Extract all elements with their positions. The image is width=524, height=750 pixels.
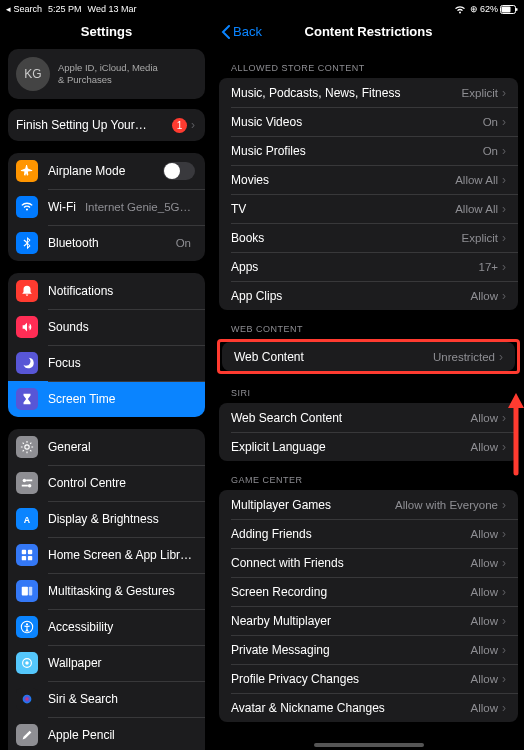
sliders-icon — [16, 472, 38, 494]
store-item-row[interactable]: TVAllow All› — [219, 194, 518, 223]
gamecenter-item-row[interactable]: Private MessagingAllow› — [219, 635, 518, 664]
airplane-icon — [16, 160, 38, 182]
store-item-row[interactable]: BooksExplicit› — [219, 223, 518, 252]
badge: 1 — [172, 118, 187, 133]
detail-navbar: Back Content Restrictions — [213, 18, 524, 49]
wallpaper-row[interactable]: Wallpaper — [8, 645, 205, 681]
general-row[interactable]: General — [8, 429, 205, 465]
notifications-row[interactable]: Notifications — [8, 273, 205, 309]
multitask-icon — [16, 580, 38, 602]
svg-point-19 — [23, 695, 32, 704]
gamecenter-item-row[interactable]: Connect with FriendsAllow› — [219, 548, 518, 577]
finish-setup-row[interactable]: Finish Setting Up Your… 1 › — [8, 109, 205, 141]
svg-rect-9 — [22, 550, 26, 554]
chevron-right-icon: › — [502, 144, 506, 158]
store-item-row[interactable]: MoviesAllow All› — [219, 165, 518, 194]
speaker-icon — [16, 316, 38, 338]
back-to-app[interactable]: ◂ Search — [6, 4, 42, 14]
gamecenter-item-row[interactable]: Multiplayer GamesAllow with Everyone› — [219, 490, 518, 519]
chevron-right-icon: › — [191, 118, 195, 132]
svg-text:A: A — [24, 515, 31, 525]
apple-pencil-row[interactable]: Apple Pencil — [8, 717, 205, 750]
gc-header: GAME CENTER — [213, 461, 524, 490]
store-item-row[interactable]: App ClipsAllow› — [219, 281, 518, 310]
chevron-right-icon: › — [502, 289, 506, 303]
chevron-right-icon: › — [502, 614, 506, 628]
wallpaper-icon — [16, 652, 38, 674]
settings-sidebar: Settings KG Apple ID, iCloud, Media & Pu… — [0, 18, 213, 750]
svg-rect-5 — [26, 480, 32, 482]
wifi-icon — [454, 5, 466, 14]
store-item-row[interactable]: Music VideosOn› — [219, 107, 518, 136]
siri-item-row[interactable]: Web Search ContentAllow› — [219, 403, 518, 432]
highlight-annotation: Web Content Unrestricted › — [217, 339, 520, 374]
hourglass-icon — [16, 388, 38, 410]
accessibility-icon — [16, 616, 38, 638]
chevron-right-icon: › — [502, 115, 506, 129]
avatar: KG — [16, 57, 50, 91]
status-bar: ◂ Search 5:25 PM Wed 13 Mar ⊕ 62% — [0, 0, 524, 18]
gamecenter-group: Multiplayer GamesAllow with Everyone›Add… — [219, 490, 518, 722]
sidebar-title: Settings — [8, 18, 205, 49]
chevron-right-icon: › — [502, 556, 506, 570]
svg-point-6 — [28, 484, 32, 488]
airplane-mode-row[interactable]: Airplane Mode — [8, 153, 205, 189]
svg-rect-7 — [22, 485, 28, 487]
gamecenter-item-row[interactable]: Profile Privacy ChangesAllow› — [219, 664, 518, 693]
svg-rect-11 — [22, 556, 26, 560]
home-screen-row[interactable]: Home Screen & App Library — [8, 537, 205, 573]
display-icon: A — [16, 508, 38, 530]
gamecenter-item-row[interactable]: Screen RecordingAllow› — [219, 577, 518, 606]
chevron-right-icon: › — [502, 672, 506, 686]
moon-icon — [16, 352, 38, 374]
bluetooth-icon — [16, 232, 38, 254]
svg-rect-14 — [29, 587, 33, 596]
web-header: WEB CONTENT — [213, 310, 524, 339]
control-centre-row[interactable]: Control Centre — [8, 465, 205, 501]
store-header: ALLOWED STORE CONTENT — [213, 49, 524, 78]
battery-icon: ⊕ 62% — [470, 4, 518, 14]
apple-id-subtitle: Apple ID, iCloud, Media & Purchases — [58, 62, 158, 87]
store-group: Music, Podcasts, News, FitnessExplicit›M… — [219, 78, 518, 310]
gamecenter-item-row[interactable]: Nearby MultiplayerAllow› — [219, 606, 518, 635]
wifi-row[interactable]: Wi-Fi Internet Genie_5G… — [8, 189, 205, 225]
bell-icon — [16, 280, 38, 302]
svg-rect-1 — [502, 6, 511, 12]
gamecenter-item-row[interactable]: Avatar & Nickname ChangesAllow› — [219, 693, 518, 722]
gear-icon — [16, 436, 38, 458]
bluetooth-row[interactable]: Bluetooth On — [8, 225, 205, 261]
svg-point-16 — [26, 623, 28, 625]
display-row[interactable]: A Display & Brightness — [8, 501, 205, 537]
back-button[interactable]: Back — [221, 24, 262, 39]
sounds-row[interactable]: Sounds — [8, 309, 205, 345]
accessibility-row[interactable]: Accessibility — [8, 609, 205, 645]
chevron-right-icon: › — [502, 202, 506, 216]
chevron-right-icon: › — [502, 585, 506, 599]
content-restrictions-pane: Back Content Restrictions ALLOWED STORE … — [213, 18, 524, 750]
siri-row[interactable]: Siri & Search — [8, 681, 205, 717]
focus-row[interactable]: Focus — [8, 345, 205, 381]
store-item-row[interactable]: Music ProfilesOn› — [219, 136, 518, 165]
siri-icon — [16, 688, 38, 710]
chevron-right-icon: › — [502, 260, 506, 274]
home-indicator[interactable] — [314, 743, 424, 747]
web-content-row[interactable]: Web Content Unrestricted › — [222, 342, 515, 371]
store-item-row[interactable]: Apps17+› — [219, 252, 518, 281]
chevron-right-icon: › — [502, 498, 506, 512]
svg-point-3 — [25, 445, 29, 449]
wifi-icon — [16, 196, 38, 218]
arrow-annotation — [504, 388, 524, 478]
store-item-row[interactable]: Music, Podcasts, News, FitnessExplicit› — [219, 78, 518, 107]
multitasking-row[interactable]: Multitasking & Gestures — [8, 573, 205, 609]
svg-point-4 — [23, 479, 27, 483]
gamecenter-item-row[interactable]: Adding FriendsAllow› — [219, 519, 518, 548]
screen-time-row[interactable]: Screen Time — [8, 381, 205, 417]
svg-rect-13 — [22, 587, 28, 596]
airplane-toggle[interactable] — [163, 162, 195, 180]
status-date: Wed 13 Mar — [88, 4, 137, 14]
apple-id-row[interactable]: KG Apple ID, iCloud, Media & Purchases — [8, 49, 205, 99]
chevron-right-icon: › — [502, 701, 506, 715]
siri-item-row[interactable]: Explicit LanguageAllow› — [219, 432, 518, 461]
chevron-right-icon: › — [499, 350, 503, 364]
svg-rect-10 — [28, 550, 32, 554]
